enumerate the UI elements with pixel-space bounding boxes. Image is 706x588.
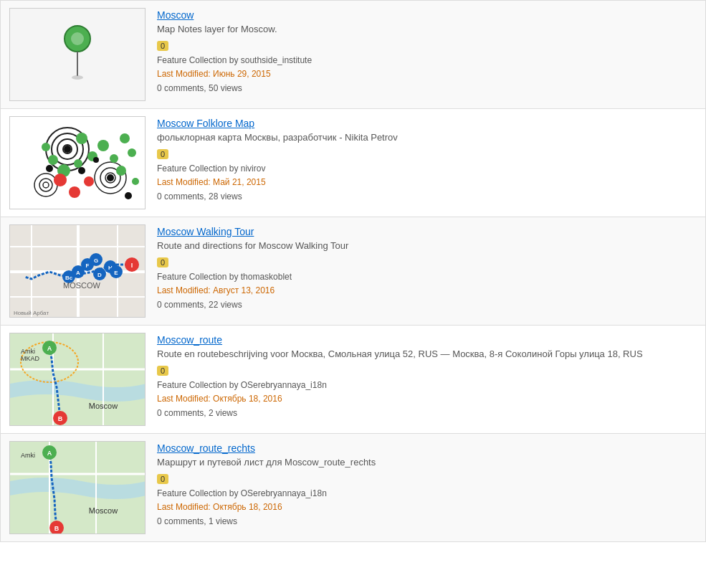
svg-point-22 <box>110 154 118 163</box>
svg-point-34 <box>107 174 114 181</box>
list-item: A B Moscow Amki Moscow_route_rechtsМаршр… <box>0 433 706 542</box>
svg-text:D: D <box>97 272 102 278</box>
item-badge-moscow: 0 <box>157 40 697 54</box>
svg-text:A: A <box>47 345 52 352</box>
item-meta-moscow-folklore: Feature Collection by nivirovLast Modifi… <box>157 162 697 204</box>
svg-text:I: I <box>131 262 133 269</box>
item-stats-moscow-walking-tour: 0 comments, 22 views <box>157 298 697 312</box>
item-title-moscow-folklore[interactable]: Moscow Folklore Map <box>157 118 254 129</box>
svg-text:Amki: Amki <box>21 348 35 355</box>
svg-point-23 <box>116 166 126 176</box>
item-title-moscow-route[interactable]: Moscow_route <box>157 334 222 346</box>
svg-text:Amki: Amki <box>21 452 35 459</box>
svg-text:A: A <box>76 270 80 276</box>
item-modified-moscow: Last Modified: Июнь 29, 2015 <box>157 67 697 81</box>
svg-point-31 <box>78 167 85 174</box>
item-title-moscow-route-rechts[interactable]: Moscow_route_rechts <box>157 442 255 454</box>
list-item: MoscowMap Notes layer for Moscow.0Featur… <box>0 0 706 108</box>
item-badge-moscow-route: 0 <box>157 365 697 379</box>
item-title-moscow[interactable]: Moscow <box>157 9 194 21</box>
svg-point-15 <box>76 133 87 144</box>
item-modified-moscow-walking-tour: Last Modified: Август 13, 2016 <box>157 284 697 298</box>
item-badge-moscow-walking-tour: 0 <box>157 257 697 270</box>
item-badge-moscow-route-rechts: 0 <box>157 473 697 487</box>
thumbnail-route2: A B Moscow Amki <box>9 441 146 534</box>
item-by-moscow-route-rechts: Feature Collection by OSerebryannaya_i18… <box>157 487 697 501</box>
svg-text:A: A <box>47 450 52 457</box>
svg-point-24 <box>128 148 136 157</box>
svg-text:Новый Арбат: Новый Арбат <box>14 310 49 316</box>
svg-point-30 <box>64 146 71 153</box>
item-description-moscow-route: Route en routebeschrijving voor Москва, … <box>157 348 697 361</box>
item-content-moscow-route-rechts: Moscow_route_rechtsМаршрут и путевой лис… <box>157 441 697 528</box>
thumbnail-folklore <box>9 116 146 209</box>
item-meta-moscow: Feature Collection by southside_institut… <box>157 54 697 95</box>
svg-text:G: G <box>94 257 98 264</box>
thumbnail-walking: I H G F A Bc D E MOSCOW Новый Арбат <box>9 224 146 318</box>
item-by-moscow-walking-tour: Feature Collection by thomaskoblet <box>157 270 697 284</box>
svg-text:MOSCOW: MOSCOW <box>63 281 101 290</box>
item-content-moscow-route: Moscow_routeRoute en routebeschrijving v… <box>157 333 697 420</box>
item-description-moscow-folklore: фольклорная карта Москвы, разработчик - … <box>157 131 697 144</box>
results-list: MoscowMap Notes layer for Moscow.0Featur… <box>0 0 706 542</box>
svg-point-19 <box>48 155 58 165</box>
list-item: Moscow Folklore Mapфольклорная карта Мос… <box>0 108 706 217</box>
svg-point-27 <box>54 174 67 186</box>
svg-text:B: B <box>54 525 59 532</box>
svg-text:F: F <box>86 262 90 269</box>
svg-point-35 <box>125 192 132 199</box>
item-description-moscow: Map Notes layer for Moscow. <box>157 23 697 36</box>
svg-point-3 <box>72 75 83 80</box>
item-by-moscow-folklore: Feature Collection by nivirov <box>157 162 697 176</box>
item-by-moscow: Feature Collection by southside_institut… <box>157 54 697 67</box>
item-stats-moscow: 0 comments, 50 views <box>157 82 697 95</box>
svg-point-26 <box>132 178 139 185</box>
item-modified-moscow-route: Last Modified: Октябрь 18, 2016 <box>157 392 697 406</box>
item-stats-moscow-folklore: 0 comments, 28 views <box>157 190 697 204</box>
item-by-moscow-route: Feature Collection by OSerebryannaya_i18… <box>157 379 697 392</box>
svg-point-21 <box>97 140 109 151</box>
svg-text:Moscow: Moscow <box>89 402 118 410</box>
thumbnail-route: A B Moscow MKAD Amki <box>9 333 146 426</box>
svg-text:MKAD: MKAD <box>21 355 40 362</box>
list-item: I H G F A Bc D E MOSCOW Новый Арбат Mosc… <box>0 217 706 325</box>
thumbnail-pin <box>9 8 146 101</box>
svg-point-20 <box>42 143 50 151</box>
item-meta-moscow-walking-tour: Feature Collection by thomaskobletLast M… <box>157 270 697 312</box>
item-badge-moscow-folklore: 0 <box>157 148 697 162</box>
svg-text:Moscow: Moscow <box>89 506 118 515</box>
item-content-moscow: MoscowMap Notes layer for Moscow.0Featur… <box>157 8 697 95</box>
item-stats-moscow-route: 0 comments, 2 views <box>157 407 697 420</box>
svg-point-29 <box>84 176 94 186</box>
svg-point-25 <box>120 133 130 143</box>
item-title-moscow-walking-tour[interactable]: Moscow Walking Tour <box>157 226 254 237</box>
item-description-moscow-walking-tour: Route and directions for Moscow Walking … <box>157 240 697 252</box>
item-content-moscow-folklore: Moscow Folklore Mapфольклорная карта Мос… <box>157 116 697 204</box>
svg-text:Bc: Bc <box>65 275 73 281</box>
svg-point-33 <box>46 165 53 172</box>
svg-point-1 <box>71 32 84 45</box>
item-modified-moscow-route-rechts: Last Modified: Октябрь 18, 2016 <box>157 501 697 514</box>
item-description-moscow-route-rechts: Маршрут и путевой лист для Moscow_route_… <box>157 456 697 469</box>
item-stats-moscow-route-rechts: 0 comments, 1 views <box>157 515 697 528</box>
item-modified-moscow-folklore: Last Modified: Май 21, 2015 <box>157 176 697 189</box>
list-item: A B Moscow MKAD Amki Moscow_routeRoute e… <box>0 325 706 433</box>
item-meta-moscow-route: Feature Collection by OSerebryannaya_i18… <box>157 379 697 420</box>
svg-text:B: B <box>58 415 63 422</box>
svg-point-32 <box>93 157 99 163</box>
svg-point-17 <box>74 159 82 168</box>
item-meta-moscow-route-rechts: Feature Collection by OSerebryannaya_i18… <box>157 487 697 528</box>
item-content-moscow-walking-tour: Moscow Walking TourRoute and directions … <box>157 224 697 312</box>
svg-point-28 <box>69 186 80 198</box>
svg-text:E: E <box>114 270 118 276</box>
